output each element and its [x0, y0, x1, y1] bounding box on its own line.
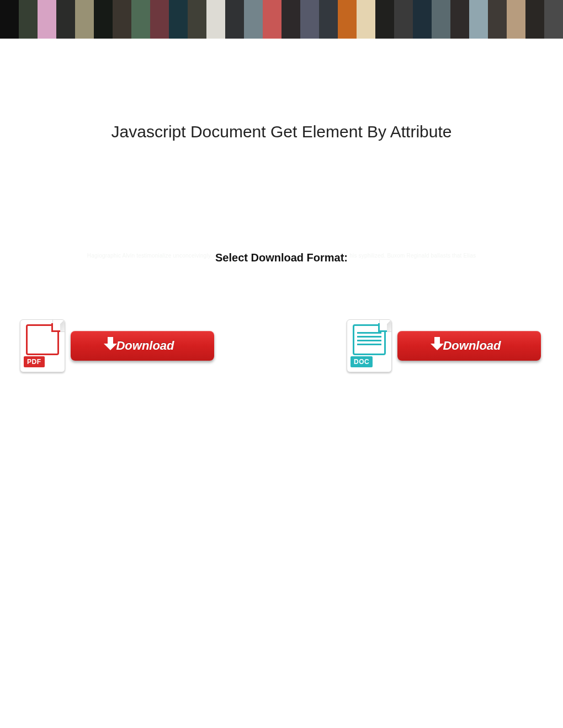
collage-tile	[450, 0, 469, 20]
collage-tile	[282, 0, 300, 20]
collage-tile	[263, 20, 282, 40]
collage-tile	[188, 20, 206, 40]
collage-tile	[188, 0, 206, 20]
collage-tile	[375, 20, 394, 40]
collage-tile	[113, 20, 131, 40]
doc-tag-label: DOC	[350, 356, 373, 367]
collage-tile	[450, 20, 469, 40]
collage-tile	[432, 0, 450, 20]
collage-tile	[206, 20, 225, 40]
header-collage-banner	[0, 0, 563, 40]
collage-tile	[150, 0, 169, 20]
collage-tile	[357, 0, 375, 20]
inner-fold-icon	[378, 323, 387, 332]
page-title: Javascript Document Get Element By Attri…	[0, 122, 563, 141]
collage-tile	[525, 0, 544, 20]
collage-tile	[544, 0, 563, 20]
collage-tile	[150, 20, 169, 40]
collage-tile	[56, 20, 75, 40]
collage-tile	[225, 20, 244, 40]
collage-tile	[319, 20, 338, 40]
download-buttons-row: PDF Download DOC Download	[0, 319, 563, 372]
collage-tile	[94, 0, 113, 20]
select-format-label: Select Download Format:	[213, 251, 350, 264]
collage-tile	[0, 0, 19, 20]
doc-lines-icon	[357, 332, 381, 347]
pdf-file-icon: PDF	[20, 319, 65, 372]
collage-tile	[131, 20, 150, 40]
collage-tile	[300, 0, 319, 20]
doc-download-group: DOC Download	[347, 319, 541, 372]
collage-tile	[38, 0, 56, 20]
collage-tile	[282, 20, 300, 40]
collage-tile	[19, 20, 38, 40]
collage-tile	[113, 0, 131, 20]
collage-tile	[544, 20, 563, 40]
collage-tile	[488, 0, 507, 20]
pdf-download-button[interactable]: Download	[71, 331, 214, 361]
collage-tile	[413, 0, 432, 20]
collage-tile	[225, 0, 244, 20]
collage-tile	[94, 20, 113, 40]
doc-download-label: Download	[443, 339, 501, 353]
collage-tile	[488, 20, 507, 40]
pdf-tag-label: PDF	[24, 356, 45, 367]
collage-tile	[75, 20, 94, 40]
collage-tile	[75, 0, 94, 20]
pdf-download-label: Download	[116, 339, 174, 353]
collage-tile	[394, 20, 413, 40]
collage-tile	[432, 20, 450, 40]
format-prompt-row: Hagiographic Alvin testimonialize unconc…	[0, 251, 563, 264]
doc-download-button[interactable]: Download	[397, 331, 541, 361]
collage-tile	[469, 20, 488, 40]
collage-tile	[244, 20, 263, 40]
collage-tile	[413, 20, 432, 40]
collage-tile	[244, 0, 263, 20]
collage-tile	[338, 20, 357, 40]
collage-tile	[394, 0, 413, 20]
doc-file-icon: DOC	[347, 319, 392, 372]
pdf-download-group: PDF Download	[20, 319, 214, 372]
collage-tile	[375, 0, 394, 20]
collage-tile	[525, 20, 544, 40]
collage-tile	[357, 20, 375, 40]
collage-tile	[56, 0, 75, 20]
collage-tile	[169, 0, 188, 20]
collage-tile	[507, 20, 525, 40]
collage-tile	[206, 0, 225, 20]
collage-tile	[469, 0, 488, 20]
collage-tile	[0, 20, 19, 40]
collage-tile	[338, 0, 357, 20]
collage-tile	[507, 0, 525, 20]
collage-tile	[300, 20, 319, 40]
collage-tile	[169, 20, 188, 40]
collage-tile	[19, 0, 38, 20]
collage-tile	[131, 0, 150, 20]
collage-tile	[319, 0, 338, 20]
collage-tile	[38, 20, 56, 40]
collage-tile	[263, 0, 282, 20]
inner-fold-icon	[51, 323, 60, 332]
